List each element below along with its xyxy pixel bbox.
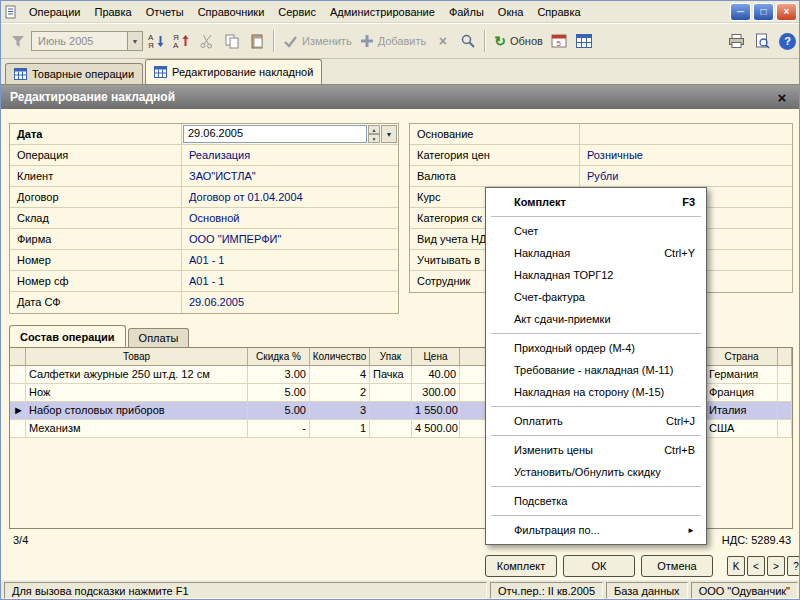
tab-2[interactable]: Редактирование накладной xyxy=(145,59,322,84)
menubar-item-2[interactable]: Правка xyxy=(87,3,138,21)
ok-button[interactable]: ОК xyxy=(563,555,635,577)
date-dropdown-icon[interactable]: ▼ xyxy=(381,125,397,143)
document-close-icon[interactable]: × xyxy=(772,89,792,106)
form-value[interactable]: А01 - 1 xyxy=(182,250,398,270)
context-menu-item-1[interactable]: КомплектF3 xyxy=(488,191,704,213)
form-value[interactable]: Розничные xyxy=(580,145,792,165)
cell: Германия xyxy=(706,366,778,384)
minimize-button[interactable]: ─ xyxy=(730,3,751,21)
context-menu-item-6[interactable]: Счет-фактура xyxy=(488,286,704,308)
context-menu-item-13[interactable]: ОплатитьCtrl+J xyxy=(488,410,704,432)
cell: 4 xyxy=(310,366,370,384)
context-menu-item-18[interactable]: Подсветка xyxy=(488,490,704,512)
vat-total: НДС: 5289.43 xyxy=(722,534,791,546)
table-icon[interactable] xyxy=(573,29,596,53)
form-label: Дата СФ xyxy=(10,292,182,313)
form-value[interactable]: Основной xyxy=(182,208,398,228)
cut-icon[interactable] xyxy=(195,29,218,53)
context-menu-item-20[interactable]: Фильтрация по...► xyxy=(488,519,704,541)
add-button[interactable]: Добавить xyxy=(357,29,430,53)
menubar-item-6[interactable]: Администрирование xyxy=(323,3,442,21)
page-title: Редактирование накладной xyxy=(10,90,175,104)
menu-item-label: Изменить цены xyxy=(514,444,593,456)
window-controls: ─ □ × xyxy=(730,3,798,21)
column-header[interactable]: Страна xyxy=(706,348,778,365)
form-value[interactable] xyxy=(580,124,792,144)
context-menu-item-5[interactable]: Накладная ТОРГ12 xyxy=(488,264,704,286)
cancel-button[interactable]: Отмена xyxy=(641,555,713,577)
cell-filler xyxy=(778,384,792,402)
menubar-item-3[interactable]: Отчеты xyxy=(139,3,191,21)
date-spinner[interactable]: ▲▼ xyxy=(368,125,380,143)
komplekt-button[interactable]: Комплект xyxy=(485,555,557,577)
table-icon xyxy=(14,68,27,80)
menu-item-label: Накладная на сторону (М-15) xyxy=(514,386,664,398)
subtab-1[interactable]: Состав операции xyxy=(9,325,126,347)
submenu-arrow-icon: ► xyxy=(687,526,695,535)
spin-down-icon[interactable]: ▼ xyxy=(368,134,380,143)
context-menu-item-9[interactable]: Приходный ордер (М-4) xyxy=(488,337,704,359)
column-header[interactable] xyxy=(10,348,26,365)
context-menu-item-16[interactable]: Установить/Обнулить скидку xyxy=(488,461,704,483)
maximize-button[interactable]: □ xyxy=(753,3,774,21)
date-editor: 29.06.2005▲▼▼ xyxy=(182,124,398,144)
small-button-3[interactable]: > xyxy=(767,556,785,576)
tab-1[interactable]: Товарные операции xyxy=(5,63,143,84)
form-value[interactable]: А01 - 1 xyxy=(182,271,398,291)
form-value[interactable]: Рубли xyxy=(580,166,792,186)
sort-asc-icon[interactable]: АЯ xyxy=(145,29,168,53)
subtab-2[interactable]: Оплаты xyxy=(128,328,190,347)
column-header[interactable]: Упак xyxy=(370,348,412,365)
close-button[interactable]: × xyxy=(776,3,797,21)
app-icon xyxy=(4,5,18,19)
context-menu-item-3[interactable]: Счет xyxy=(488,220,704,242)
help-icon[interactable]: ? xyxy=(779,33,796,50)
form-value[interactable]: ООО "ИМПЕРФИ" xyxy=(182,229,398,249)
column-header[interactable]: Скидка % xyxy=(248,348,310,365)
menubar-item-5[interactable]: Сервис xyxy=(271,3,323,21)
context-menu-item-15[interactable]: Изменить ценыCtrl+B xyxy=(488,439,704,461)
search-icon[interactable] xyxy=(456,29,479,53)
menubar-item-1[interactable]: Операции xyxy=(22,3,87,21)
preview-icon[interactable] xyxy=(750,29,773,53)
filter-icon[interactable] xyxy=(6,29,29,53)
context-menu-item-10[interactable]: Требование - накладная (М-11) xyxy=(488,359,704,381)
chevron-down-icon[interactable]: ▼ xyxy=(127,32,142,50)
refresh-icon: ↻ xyxy=(494,33,506,49)
form-row-left-5: СкладОсновной xyxy=(10,208,398,229)
small-button-4[interactable]: ? xyxy=(787,556,800,576)
context-menu-item-11[interactable]: Накладная на сторону (М-15) xyxy=(488,381,704,403)
delete-icon[interactable]: × xyxy=(431,29,454,53)
context-menu-item-7[interactable]: Акт сдачи-приемки xyxy=(488,308,704,330)
menu-item-label: Подсветка xyxy=(514,495,567,507)
menubar-item-4[interactable]: Справочники xyxy=(191,3,272,21)
column-header[interactable]: Количество xyxy=(310,348,370,365)
form-value[interactable]: ЗАО"ИСТЛА" xyxy=(182,166,398,186)
menubar-item-8[interactable]: Окна xyxy=(491,3,531,21)
calendar-icon[interactable]: 5 xyxy=(548,29,571,53)
small-button-2[interactable]: < xyxy=(747,556,765,576)
spin-up-icon[interactable]: ▲ xyxy=(368,125,380,134)
toolbar: Июнь 2005 ▼ АЯ ЯА Изменить Добавить × ↻ … xyxy=(1,23,800,59)
form-value[interactable]: Договор от 01.04.2004 xyxy=(182,187,398,207)
column-header[interactable]: Товар xyxy=(26,348,248,365)
print-icon[interactable] xyxy=(725,29,748,53)
menubar-item-9[interactable]: Справка xyxy=(530,3,587,21)
paste-icon[interactable] xyxy=(245,29,268,53)
edit-button[interactable]: Изменить xyxy=(280,29,355,53)
cell xyxy=(370,420,412,438)
menu-separator xyxy=(491,435,701,436)
menubar-item-7[interactable]: Файлы xyxy=(442,3,491,21)
small-button-1[interactable]: K xyxy=(727,556,745,576)
cell: - xyxy=(248,420,310,438)
form-value[interactable]: Реализация xyxy=(182,145,398,165)
sort-desc-icon[interactable]: ЯА xyxy=(170,29,193,53)
form-value[interactable]: 29.06.2005 xyxy=(182,292,398,313)
copy-icon[interactable] xyxy=(220,29,243,53)
calendar-number: 5 xyxy=(557,39,562,48)
date-input[interactable]: 29.06.2005 xyxy=(183,125,367,143)
refresh-button[interactable]: ↻ Обнов xyxy=(491,29,546,53)
period-select[interactable]: Июнь 2005 ▼ xyxy=(31,31,143,51)
context-menu-item-4[interactable]: НакладнаяCtrl+Y xyxy=(488,242,704,264)
column-header[interactable]: Цена xyxy=(412,348,460,365)
